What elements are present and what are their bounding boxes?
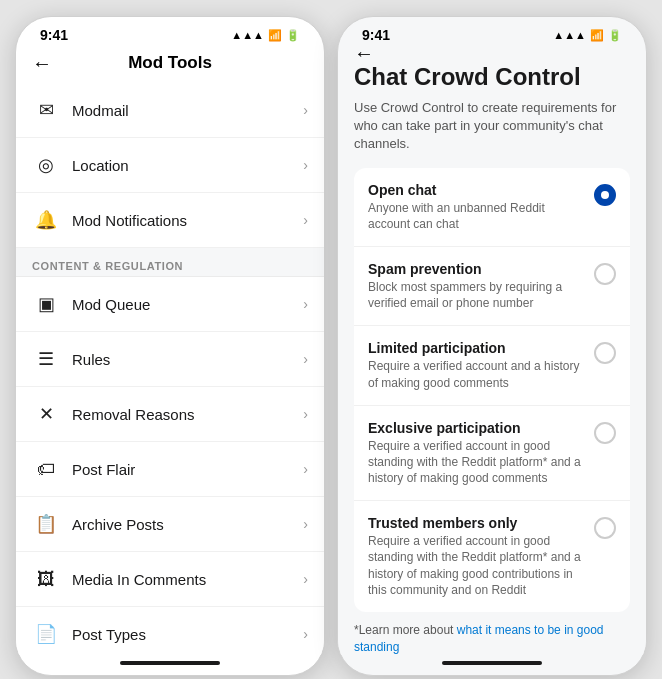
left-menu-list: ✉ Modmail › ◎ Location › 🔔 Mod Notificat… <box>16 83 324 655</box>
post-flair-icon: 🏷 <box>32 455 60 483</box>
post-types-icon: 📄 <box>32 620 60 648</box>
right-home-indicator <box>338 655 646 675</box>
left-status-icons: ▲▲▲ 📶 🔋 <box>231 29 300 42</box>
archive-posts-chevron: › <box>303 516 308 532</box>
removal-reasons-icon: ✕ <box>32 400 60 428</box>
right-home-bar <box>442 661 542 665</box>
open-chat-radio[interactable] <box>594 184 616 206</box>
modmail-icon: ✉ <box>32 96 60 124</box>
media-in-comments-chevron: › <box>303 571 308 587</box>
spam-prevention-text: Spam prevention Block most spammers by r… <box>368 261 584 311</box>
rules-chevron: › <box>303 351 308 367</box>
exclusive-participation-desc: Require a verified account in good stand… <box>368 438 584 487</box>
media-in-comments-label: Media In Comments <box>72 571 303 588</box>
right-status-icons: ▲▲▲ 📶 🔋 <box>553 29 622 42</box>
option-exclusive-participation[interactable]: Exclusive participation Require a verifi… <box>354 406 630 502</box>
rules-icon: ☰ <box>32 345 60 373</box>
post-flair-label: Post Flair <box>72 461 303 478</box>
option-limited-participation[interactable]: Limited participation Require a verified… <box>354 326 630 405</box>
mod-queue-icon: ▣ <box>32 290 60 318</box>
right-battery-icon: 🔋 <box>608 29 622 42</box>
left-time: 9:41 <box>40 27 68 43</box>
signal-icon: ▲▲▲ <box>231 29 264 41</box>
limited-participation-text: Limited participation Require a verified… <box>368 340 584 390</box>
options-card: Open chat Anyone with an unbanned Reddit… <box>354 168 630 612</box>
post-types-chevron: › <box>303 626 308 642</box>
open-chat-desc: Anyone with an unbanned Reddit account c… <box>368 200 584 232</box>
content-area: Chat Crowd Control Use Crowd Control to … <box>338 63 646 655</box>
menu-item-rules[interactable]: ☰ Rules › <box>16 332 324 387</box>
exclusive-participation-text: Exclusive participation Require a verifi… <box>368 420 584 487</box>
menu-item-archive-posts[interactable]: 📋 Archive Posts › <box>16 497 324 552</box>
limited-participation-title: Limited participation <box>368 340 584 356</box>
right-wifi-icon: 📶 <box>590 29 604 42</box>
trusted-members-desc: Require a verified account in good stand… <box>368 533 584 598</box>
menu-item-post-types[interactable]: 📄 Post Types › <box>16 607 324 655</box>
right-phone: 9:41 ▲▲▲ 📶 🔋 ← Chat Crowd Control Use Cr… <box>337 16 647 676</box>
menu-item-location[interactable]: ◎ Location › <box>16 138 324 193</box>
content-regulation-header: CONTENT & REGULATION <box>16 248 324 277</box>
right-signal-icon: ▲▲▲ <box>553 29 586 41</box>
media-in-comments-icon: 🖼 <box>32 565 60 593</box>
spam-prevention-radio[interactable] <box>594 263 616 285</box>
modmail-chevron: › <box>303 102 308 118</box>
spam-prevention-desc: Block most spammers by requiring a verif… <box>368 279 584 311</box>
option-open-chat[interactable]: Open chat Anyone with an unbanned Reddit… <box>354 168 630 247</box>
exclusive-participation-radio[interactable] <box>594 422 616 444</box>
page-title: Chat Crowd Control <box>354 63 630 91</box>
battery-icon: 🔋 <box>286 29 300 42</box>
option-spam-prevention[interactable]: Spam prevention Block most spammers by r… <box>354 247 630 326</box>
left-page-title: Mod Tools <box>128 53 212 73</box>
left-phone: 9:41 ▲▲▲ 📶 🔋 ← Mod Tools ✉ Modmail › ◎ L… <box>15 16 325 676</box>
option-trusted-members[interactable]: Trusted members only Require a verified … <box>354 501 630 612</box>
rules-label: Rules <box>72 351 303 368</box>
limited-participation-desc: Require a verified account and a history… <box>368 358 584 390</box>
menu-item-post-flair[interactable]: 🏷 Post Flair › <box>16 442 324 497</box>
back-icon[interactable]: ← <box>32 52 52 75</box>
right-back-icon[interactable]: ← <box>354 42 374 65</box>
post-types-label: Post Types <box>72 626 303 643</box>
footer-note: *Learn more about what it means to be in… <box>354 622 630 655</box>
wifi-icon: 📶 <box>268 29 282 42</box>
archive-posts-label: Archive Posts <box>72 516 303 533</box>
bell-icon: 🔔 <box>32 206 60 234</box>
open-chat-text: Open chat Anyone with an unbanned Reddit… <box>368 182 584 232</box>
mod-notifications-chevron: › <box>303 212 308 228</box>
location-chevron: › <box>303 157 308 173</box>
location-label: Location <box>72 157 303 174</box>
location-icon: ◎ <box>32 151 60 179</box>
menu-item-removal-reasons[interactable]: ✕ Removal Reasons › <box>16 387 324 442</box>
trusted-members-title: Trusted members only <box>368 515 584 531</box>
page-description: Use Crowd Control to create requirements… <box>354 99 630 154</box>
mod-queue-chevron: › <box>303 296 308 312</box>
mod-queue-label: Mod Queue <box>72 296 303 313</box>
limited-participation-radio[interactable] <box>594 342 616 364</box>
exclusive-participation-title: Exclusive participation <box>368 420 584 436</box>
archive-posts-icon: 📋 <box>32 510 60 538</box>
left-home-bar <box>120 661 220 665</box>
post-flair-chevron: › <box>303 461 308 477</box>
removal-reasons-label: Removal Reasons <box>72 406 303 423</box>
right-status-bar: 9:41 ▲▲▲ 📶 🔋 <box>338 17 646 47</box>
left-nav-header: ← Mod Tools <box>16 47 324 83</box>
trusted-members-text: Trusted members only Require a verified … <box>368 515 584 598</box>
mod-notifications-label: Mod Notifications <box>72 212 303 229</box>
footer-note-prefix: *Learn more about <box>354 623 457 637</box>
open-chat-title: Open chat <box>368 182 584 198</box>
removal-reasons-chevron: › <box>303 406 308 422</box>
menu-item-modmail[interactable]: ✉ Modmail › <box>16 83 324 138</box>
menu-item-mod-notifications[interactable]: 🔔 Mod Notifications › <box>16 193 324 248</box>
phones-container: 9:41 ▲▲▲ 📶 🔋 ← Mod Tools ✉ Modmail › ◎ L… <box>0 0 662 679</box>
menu-item-mod-queue[interactable]: ▣ Mod Queue › <box>16 277 324 332</box>
trusted-members-radio[interactable] <box>594 517 616 539</box>
spam-prevention-title: Spam prevention <box>368 261 584 277</box>
right-nav-header: ← <box>338 47 646 63</box>
modmail-label: Modmail <box>72 102 303 119</box>
left-home-indicator <box>16 655 324 675</box>
menu-item-media-in-comments[interactable]: 🖼 Media In Comments › <box>16 552 324 607</box>
left-status-bar: 9:41 ▲▲▲ 📶 🔋 <box>16 17 324 47</box>
